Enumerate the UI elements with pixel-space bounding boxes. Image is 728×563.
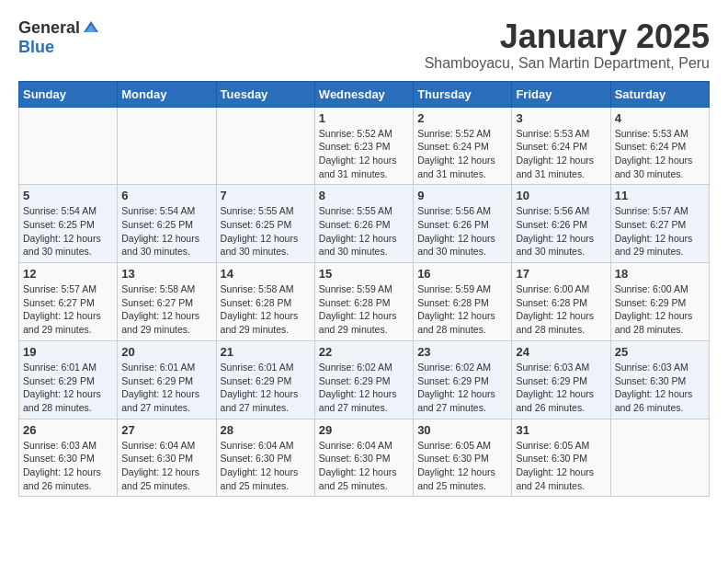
day-number: 31 <box>516 423 606 437</box>
day-info: Sunrise: 5:55 AM Sunset: 6:26 PM Dayligh… <box>319 204 409 259</box>
day-cell: 18Sunrise: 6:00 AM Sunset: 6:29 PM Dayli… <box>610 263 709 341</box>
day-info: Sunrise: 5:58 AM Sunset: 6:28 PM Dayligh… <box>221 282 311 337</box>
day-number: 18 <box>615 267 705 281</box>
day-number: 11 <box>615 189 705 202</box>
day-cell: 20Sunrise: 6:01 AM Sunset: 6:29 PM Dayli… <box>118 340 216 419</box>
day-header-friday: Friday <box>512 81 610 107</box>
day-cell: 8Sunrise: 5:55 AM Sunset: 6:26 PM Daylig… <box>314 185 413 263</box>
day-cell: 21Sunrise: 6:01 AM Sunset: 6:29 PM Dayli… <box>216 340 314 419</box>
day-header-monday: Monday <box>118 81 216 107</box>
logo-icon <box>82 19 100 38</box>
day-header-saturday: Saturday <box>610 81 709 107</box>
day-info: Sunrise: 5:53 AM Sunset: 6:24 PM Dayligh… <box>516 127 606 181</box>
day-info: Sunrise: 6:05 AM Sunset: 6:30 PM Dayligh… <box>417 439 507 493</box>
day-number: 26 <box>23 423 113 437</box>
day-cell: 1Sunrise: 5:52 AM Sunset: 6:23 PM Daylig… <box>314 107 413 185</box>
day-info: Sunrise: 6:05 AM Sunset: 6:30 PM Dayligh… <box>516 439 606 493</box>
day-info: Sunrise: 6:02 AM Sunset: 6:29 PM Dayligh… <box>319 361 409 415</box>
day-cell: 30Sunrise: 6:05 AM Sunset: 6:30 PM Dayli… <box>414 419 512 497</box>
week-row-5: 26Sunrise: 6:03 AM Sunset: 6:30 PM Dayli… <box>19 419 710 497</box>
day-info: Sunrise: 5:52 AM Sunset: 6:24 PM Dayligh… <box>417 127 507 181</box>
week-row-4: 19Sunrise: 6:01 AM Sunset: 6:29 PM Dayli… <box>19 340 710 419</box>
day-cell: 31Sunrise: 6:05 AM Sunset: 6:30 PM Dayli… <box>512 419 610 497</box>
logo-general: General <box>18 18 80 38</box>
day-number: 3 <box>516 111 606 125</box>
day-info: Sunrise: 6:04 AM Sunset: 6:30 PM Dayligh… <box>319 439 409 493</box>
day-info: Sunrise: 5:59 AM Sunset: 6:28 PM Dayligh… <box>319 282 409 337</box>
header-row: SundayMondayTuesdayWednesdayThursdayFrid… <box>19 81 710 107</box>
day-number: 22 <box>319 345 409 359</box>
day-number: 24 <box>516 345 606 359</box>
day-info: Sunrise: 6:03 AM Sunset: 6:30 PM Dayligh… <box>615 361 705 415</box>
day-info: Sunrise: 5:52 AM Sunset: 6:23 PM Dayligh… <box>319 127 409 181</box>
day-number: 14 <box>221 267 311 281</box>
month-title: January 2025 <box>425 18 710 55</box>
day-header-wednesday: Wednesday <box>314 81 413 107</box>
calendar-table: SundayMondayTuesdayWednesdayThursdayFrid… <box>18 81 710 498</box>
day-cell: 26Sunrise: 6:03 AM Sunset: 6:30 PM Dayli… <box>19 419 118 497</box>
day-cell: 25Sunrise: 6:03 AM Sunset: 6:30 PM Dayli… <box>610 340 709 419</box>
day-info: Sunrise: 6:03 AM Sunset: 6:30 PM Dayligh… <box>23 439 113 493</box>
day-cell: 11Sunrise: 5:57 AM Sunset: 6:27 PM Dayli… <box>610 185 709 263</box>
day-number: 17 <box>516 267 606 281</box>
day-cell: 29Sunrise: 6:04 AM Sunset: 6:30 PM Dayli… <box>314 419 413 497</box>
day-number: 10 <box>516 189 606 202</box>
day-info: Sunrise: 6:04 AM Sunset: 6:30 PM Dayligh… <box>221 439 311 493</box>
day-info: Sunrise: 5:53 AM Sunset: 6:24 PM Dayligh… <box>615 127 705 181</box>
day-cell: 17Sunrise: 6:00 AM Sunset: 6:28 PM Dayli… <box>512 263 610 341</box>
day-info: Sunrise: 6:03 AM Sunset: 6:29 PM Dayligh… <box>516 361 606 415</box>
day-cell: 3Sunrise: 5:53 AM Sunset: 6:24 PM Daylig… <box>512 107 610 185</box>
day-number: 23 <box>417 345 507 359</box>
day-number: 28 <box>221 423 311 437</box>
day-info: Sunrise: 5:58 AM Sunset: 6:27 PM Dayligh… <box>121 282 211 337</box>
day-cell: 27Sunrise: 6:04 AM Sunset: 6:30 PM Dayli… <box>118 419 216 497</box>
day-info: Sunrise: 6:02 AM Sunset: 6:29 PM Dayligh… <box>417 361 507 415</box>
day-number: 9 <box>417 189 507 202</box>
day-info: Sunrise: 5:54 AM Sunset: 6:25 PM Dayligh… <box>23 204 113 259</box>
day-cell <box>610 419 709 497</box>
day-number: 30 <box>417 423 507 437</box>
day-info: Sunrise: 6:01 AM Sunset: 6:29 PM Dayligh… <box>121 361 211 415</box>
week-row-3: 12Sunrise: 5:57 AM Sunset: 6:27 PM Dayli… <box>19 263 710 341</box>
week-row-1: 1Sunrise: 5:52 AM Sunset: 6:23 PM Daylig… <box>19 107 710 185</box>
day-info: Sunrise: 5:54 AM Sunset: 6:25 PM Dayligh… <box>121 204 211 259</box>
day-number: 13 <box>121 267 211 281</box>
day-cell: 2Sunrise: 5:52 AM Sunset: 6:24 PM Daylig… <box>414 107 512 185</box>
day-cell: 10Sunrise: 5:56 AM Sunset: 6:26 PM Dayli… <box>512 185 610 263</box>
day-cell: 9Sunrise: 5:56 AM Sunset: 6:26 PM Daylig… <box>414 185 512 263</box>
day-number: 16 <box>417 267 507 281</box>
day-number: 25 <box>615 345 705 359</box>
day-info: Sunrise: 6:04 AM Sunset: 6:30 PM Dayligh… <box>121 439 211 493</box>
day-cell: 5Sunrise: 5:54 AM Sunset: 6:25 PM Daylig… <box>19 185 118 263</box>
logo-blue: Blue <box>18 38 54 57</box>
day-number: 29 <box>319 423 409 437</box>
day-info: Sunrise: 6:00 AM Sunset: 6:29 PM Dayligh… <box>615 282 705 337</box>
day-number: 19 <box>23 345 113 359</box>
day-header-tuesday: Tuesday <box>216 81 314 107</box>
day-number: 12 <box>23 267 113 281</box>
day-info: Sunrise: 6:00 AM Sunset: 6:28 PM Dayligh… <box>516 282 606 337</box>
day-cell: 7Sunrise: 5:55 AM Sunset: 6:25 PM Daylig… <box>216 185 314 263</box>
day-cell <box>216 107 314 185</box>
day-info: Sunrise: 5:59 AM Sunset: 6:28 PM Dayligh… <box>417 282 507 337</box>
day-number: 8 <box>319 189 409 202</box>
day-cell: 15Sunrise: 5:59 AM Sunset: 6:28 PM Dayli… <box>314 263 413 341</box>
day-cell: 23Sunrise: 6:02 AM Sunset: 6:29 PM Dayli… <box>414 340 512 419</box>
day-info: Sunrise: 5:57 AM Sunset: 6:27 PM Dayligh… <box>23 282 113 337</box>
day-info: Sunrise: 5:57 AM Sunset: 6:27 PM Dayligh… <box>615 204 705 259</box>
day-cell: 19Sunrise: 6:01 AM Sunset: 6:29 PM Dayli… <box>19 340 118 419</box>
day-number: 6 <box>121 189 211 202</box>
day-header-sunday: Sunday <box>19 81 118 107</box>
day-number: 1 <box>319 111 409 125</box>
day-number: 15 <box>319 267 409 281</box>
day-cell: 13Sunrise: 5:58 AM Sunset: 6:27 PM Dayli… <box>118 263 216 341</box>
day-cell: 24Sunrise: 6:03 AM Sunset: 6:29 PM Dayli… <box>512 340 610 419</box>
day-cell: 16Sunrise: 5:59 AM Sunset: 6:28 PM Dayli… <box>414 263 512 341</box>
title-section: January 2025 Shamboyacu, San Martin Depa… <box>425 18 710 72</box>
day-header-thursday: Thursday <box>414 81 512 107</box>
day-number: 21 <box>221 345 311 359</box>
week-row-2: 5Sunrise: 5:54 AM Sunset: 6:25 PM Daylig… <box>19 185 710 263</box>
day-cell <box>19 107 118 185</box>
day-info: Sunrise: 5:56 AM Sunset: 6:26 PM Dayligh… <box>417 204 507 259</box>
day-cell: 4Sunrise: 5:53 AM Sunset: 6:24 PM Daylig… <box>610 107 709 185</box>
